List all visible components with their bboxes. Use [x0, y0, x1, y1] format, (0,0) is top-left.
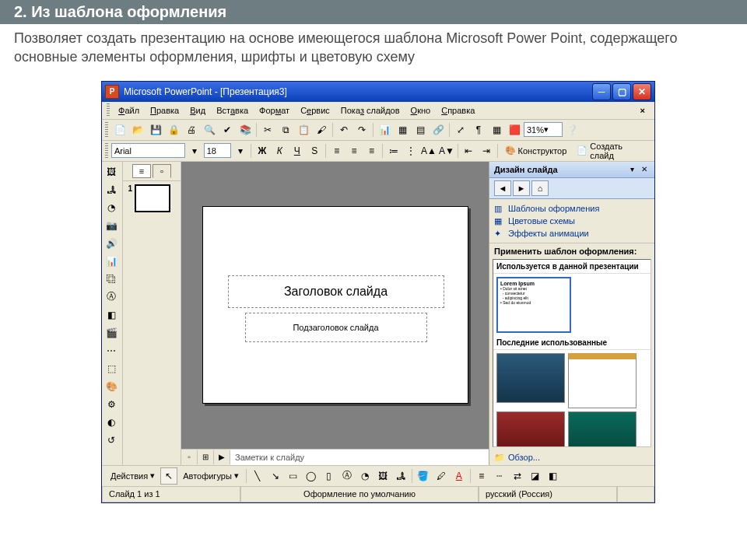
back-icon[interactable]: ◄ [494, 180, 511, 196]
wordart-icon[interactable]: Ⓐ [338, 467, 356, 485]
font-size-selector[interactable]: 18 [204, 143, 231, 158]
format-painter-icon[interactable]: 🖌 [313, 121, 330, 138]
copy-icon[interactable]: ⧉ [277, 121, 294, 138]
insert-clipart-icon[interactable]: 🖼 [103, 163, 120, 180]
spelling-icon[interactable]: ✔ [219, 121, 236, 138]
bullets-icon[interactable]: ⋮ [403, 142, 419, 159]
tab-outline[interactable]: ≡ [132, 164, 151, 178]
dropdown-icon[interactable]: ▾ [232, 142, 248, 159]
print-icon[interactable]: 🖨 [183, 121, 200, 138]
slide-canvas-area[interactable]: Заголовок слайда Подзаголовок слайда [181, 162, 489, 449]
textbox-icon[interactable]: ▯ [321, 467, 338, 485]
insert-picture-icon[interactable]: 🏞 [103, 181, 120, 198]
decrease-font-icon[interactable]: A▼ [438, 142, 455, 159]
save-icon[interactable]: 💾 [147, 121, 164, 138]
underline-button[interactable]: Ч [289, 142, 305, 159]
line-style-icon[interactable]: ≡ [473, 467, 490, 485]
maximize-button[interactable]: ▢ [612, 83, 631, 100]
grid-icon[interactable]: ▦ [488, 121, 505, 138]
diagram-icon[interactable]: ◔ [356, 467, 374, 485]
table-icon[interactable]: ▦ [394, 121, 411, 138]
normal-view-icon[interactable]: ▫ [181, 450, 198, 464]
grip-handle[interactable] [105, 143, 108, 159]
menu-format[interactable]: Формат [254, 104, 295, 117]
insert-scan-icon[interactable]: 📷 [103, 217, 120, 234]
link-animation[interactable]: ✦Эффекты анимации [494, 227, 650, 240]
cut-icon[interactable]: ✂ [259, 121, 276, 138]
color-icon[interactable]: 🟥 [506, 121, 523, 138]
show-formatting-icon[interactable]: ¶ [470, 121, 487, 138]
line-color-icon[interactable]: 🖊 [433, 467, 450, 485]
zoom-input[interactable]: 31% ▾ [524, 122, 563, 137]
designer-button[interactable]: 🎨 Конструктор [500, 142, 572, 159]
permission-icon[interactable]: 🔒 [165, 121, 182, 138]
increase-indent-icon[interactable]: ⇥ [478, 142, 494, 159]
arrow-icon[interactable]: ↘ [267, 467, 284, 485]
menu-help[interactable]: Справка [436, 104, 480, 117]
taskpane-dropdown-icon[interactable]: ▾ [626, 164, 637, 175]
menu-tools[interactable]: Сервис [295, 104, 335, 117]
insert-sound-icon[interactable]: 🔊 [103, 235, 120, 252]
grip-handle[interactable] [107, 103, 110, 117]
shadow-style-icon[interactable]: ◪ [527, 467, 544, 485]
font-color-icon[interactable]: A [451, 467, 468, 485]
align-center-icon[interactable]: ≡ [345, 142, 362, 159]
dash-style-icon[interactable]: ┄ [491, 467, 508, 485]
decrease-indent-icon[interactable]: ⇤ [461, 142, 477, 159]
align-left-icon[interactable]: ≡ [328, 142, 345, 159]
home-icon[interactable]: ⌂ [531, 180, 549, 196]
more-icon[interactable]: ⋯ [103, 342, 120, 359]
rectangle-icon[interactable]: ▭ [285, 467, 302, 485]
3d-style-icon[interactable]: ◧ [545, 467, 562, 485]
autoshapes-menu[interactable]: Автофигуры ▾ [178, 467, 244, 485]
template-thumb-current[interactable]: Lorem Ipsum• Dolor sit amet - consectetu… [496, 277, 571, 333]
template-thumb[interactable] [496, 353, 565, 403]
arrow-style-icon[interactable]: ⇄ [509, 467, 526, 485]
insert-wordart-icon[interactable]: Ⓐ [103, 289, 120, 306]
font-selector[interactable]: Arial [111, 143, 185, 158]
tab-slides[interactable]: ▫ [153, 164, 171, 178]
line-icon[interactable]: ╲ [249, 467, 266, 485]
reset-icon[interactable]: ↺ [103, 432, 120, 449]
slide-canvas[interactable]: Заголовок слайда Подзаголовок слайда [202, 206, 468, 404]
help-icon[interactable]: ❔ [563, 121, 580, 138]
titlebar[interactable]: P Microsoft PowerPoint - [Презентация3] … [102, 82, 654, 102]
subtitle-placeholder[interactable]: Подзаголовок слайда [245, 313, 427, 342]
dropdown-icon[interactable]: ▾ [186, 142, 202, 159]
menu-window[interactable]: Окно [405, 104, 437, 117]
redo-icon[interactable]: ↷ [353, 121, 370, 138]
shadow-button[interactable]: S [307, 142, 323, 159]
insert-movie-icon[interactable]: 🎬 [103, 324, 120, 341]
browse-link[interactable]: 📁 Обзор... [489, 450, 654, 465]
template-thumb[interactable] [568, 411, 637, 447]
undo-icon[interactable]: ↶ [335, 121, 352, 138]
sorter-view-icon[interactable]: ⊞ [198, 450, 214, 464]
compress-icon[interactable]: ⬚ [103, 360, 120, 377]
insert-diagram-icon[interactable]: ◔ [103, 199, 120, 216]
status-language[interactable]: русский (Россия) [479, 487, 617, 502]
chart-icon[interactable]: 📊 [376, 121, 393, 138]
taskpane-close-icon[interactable]: ✕ [639, 164, 650, 175]
new-icon[interactable]: 📄 [111, 121, 128, 138]
close-document-button[interactable]: × [636, 104, 650, 117]
insert-chart-icon[interactable]: 📊 [103, 253, 120, 270]
template-thumb[interactable] [568, 353, 637, 408]
menu-file[interactable]: Файл [113, 104, 145, 117]
clipart-icon[interactable]: 🖼 [374, 467, 391, 485]
notes-pane[interactable]: Заметки к слайду [230, 450, 489, 465]
title-placeholder[interactable]: Заголовок слайда [228, 275, 444, 308]
new-slide-button[interactable]: 📄 Создать слайд [572, 142, 651, 159]
paste-icon[interactable]: 📋 [295, 121, 312, 138]
numbering-icon[interactable]: ≔ [385, 142, 402, 159]
tables-borders-icon[interactable]: ▤ [412, 121, 429, 138]
preview-icon[interactable]: 🔍 [201, 121, 218, 138]
minimize-button[interactable]: ─ [592, 83, 611, 100]
format-picture-icon[interactable]: ⚙ [103, 396, 120, 413]
italic-button[interactable]: К [272, 142, 288, 159]
forward-icon[interactable]: ► [513, 180, 530, 196]
slideshow-view-icon[interactable]: ▶ [214, 450, 230, 464]
research-icon[interactable]: 📚 [237, 121, 254, 138]
recolor-icon[interactable]: 🎨 [103, 378, 120, 395]
insert-object-icon[interactable]: ◧ [103, 306, 120, 324]
picture-icon[interactable]: 🏞 [392, 467, 409, 485]
